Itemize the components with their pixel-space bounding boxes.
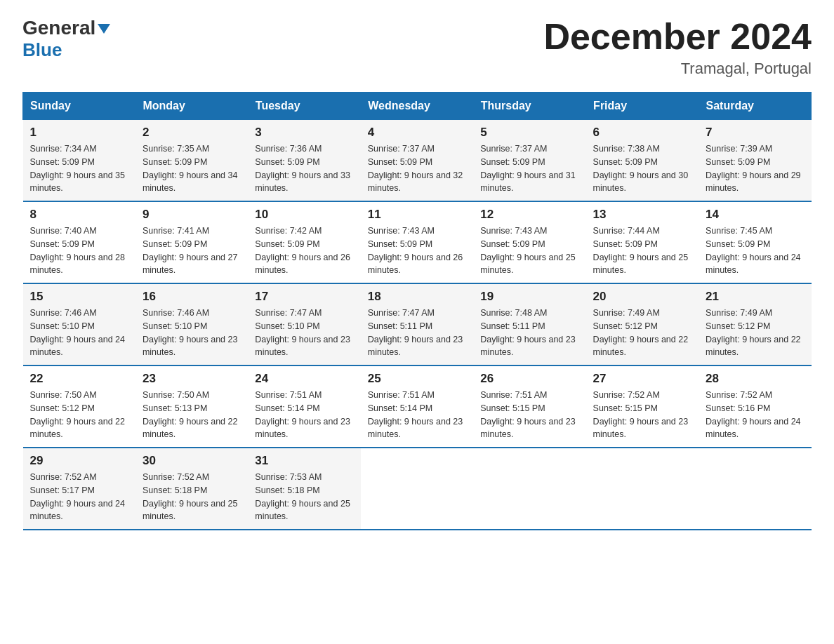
calendar-cell: 9Sunrise: 7:41 AMSunset: 5:09 PMDaylight… (135, 201, 248, 283)
day-number: 4 (368, 126, 466, 140)
day-number: 5 (480, 126, 578, 140)
day-info: Sunrise: 7:52 AMSunset: 5:16 PMDaylight:… (706, 389, 804, 441)
day-info: Sunrise: 7:36 AMSunset: 5:09 PMDaylight:… (255, 142, 353, 195)
calendar-cell: 23Sunrise: 7:50 AMSunset: 5:13 PMDayligh… (135, 365, 248, 448)
day-info: Sunrise: 7:41 AMSunset: 5:09 PMDaylight:… (143, 224, 241, 277)
day-number: 30 (143, 454, 241, 468)
calendar-cell: 13Sunrise: 7:44 AMSunset: 5:09 PMDayligh… (586, 201, 699, 283)
day-number: 3 (255, 126, 353, 140)
day-number: 27 (593, 372, 691, 386)
calendar-cell (699, 448, 811, 530)
calendar-cell: 6Sunrise: 7:38 AMSunset: 5:09 PMDaylight… (586, 120, 699, 202)
calendar-cell: 18Sunrise: 7:47 AMSunset: 5:11 PMDayligh… (361, 283, 473, 365)
header-saturday: Saturday (699, 93, 811, 120)
calendar-cell: 4Sunrise: 7:37 AMSunset: 5:09 PMDaylight… (361, 120, 473, 202)
logo: General Blue (22, 17, 110, 59)
day-info: Sunrise: 7:49 AMSunset: 5:12 PMDaylight:… (593, 307, 691, 359)
calendar-cell: 8Sunrise: 7:40 AMSunset: 5:09 PMDaylight… (23, 201, 135, 283)
day-info: Sunrise: 7:51 AMSunset: 5:14 PMDaylight:… (255, 389, 353, 441)
header-tuesday: Tuesday (248, 93, 360, 120)
calendar-table: SundayMondayTuesdayWednesdayThursdayFrid… (22, 92, 812, 530)
calendar-cell: 1Sunrise: 7:34 AMSunset: 5:09 PMDaylight… (23, 120, 135, 202)
day-number: 18 (368, 290, 466, 304)
day-info: Sunrise: 7:40 AMSunset: 5:09 PMDaylight:… (30, 224, 128, 277)
day-info: Sunrise: 7:51 AMSunset: 5:14 PMDaylight:… (368, 389, 466, 441)
day-number: 22 (30, 372, 128, 386)
header-monday: Monday (135, 93, 248, 120)
calendar-week-row: 15Sunrise: 7:46 AMSunset: 5:10 PMDayligh… (23, 283, 812, 365)
calendar-week-row: 29Sunrise: 7:52 AMSunset: 5:17 PMDayligh… (23, 448, 812, 530)
day-info: Sunrise: 7:39 AMSunset: 5:09 PMDaylight:… (706, 142, 804, 195)
day-info: Sunrise: 7:52 AMSunset: 5:18 PMDaylight:… (143, 471, 241, 523)
calendar-cell: 24Sunrise: 7:51 AMSunset: 5:14 PMDayligh… (248, 365, 360, 448)
day-info: Sunrise: 7:52 AMSunset: 5:15 PMDaylight:… (593, 389, 691, 441)
day-number: 7 (706, 126, 804, 140)
day-info: Sunrise: 7:47 AMSunset: 5:10 PMDaylight:… (255, 307, 353, 359)
day-number: 21 (706, 290, 804, 304)
day-info: Sunrise: 7:46 AMSunset: 5:10 PMDaylight:… (143, 307, 241, 359)
title-block: December 2024 Tramagal, Portugal (543, 17, 812, 78)
calendar-cell: 29Sunrise: 7:52 AMSunset: 5:17 PMDayligh… (23, 448, 135, 530)
day-info: Sunrise: 7:53 AMSunset: 5:18 PMDaylight:… (255, 471, 353, 523)
calendar-week-row: 1Sunrise: 7:34 AMSunset: 5:09 PMDaylight… (23, 120, 812, 202)
calendar-cell: 17Sunrise: 7:47 AMSunset: 5:10 PMDayligh… (248, 283, 360, 365)
calendar-cell (473, 448, 585, 530)
day-number: 8 (30, 208, 128, 222)
day-info: Sunrise: 7:43 AMSunset: 5:09 PMDaylight:… (368, 224, 466, 277)
calendar-cell: 15Sunrise: 7:46 AMSunset: 5:10 PMDayligh… (23, 283, 135, 365)
page-header: General Blue December 2024 Tramagal, Por… (22, 17, 812, 78)
calendar-cell: 21Sunrise: 7:49 AMSunset: 5:12 PMDayligh… (699, 283, 811, 365)
calendar-week-row: 8Sunrise: 7:40 AMSunset: 5:09 PMDaylight… (23, 201, 812, 283)
day-number: 12 (480, 208, 578, 222)
day-number: 20 (593, 290, 691, 304)
calendar-cell (586, 448, 699, 530)
day-number: 1 (30, 126, 128, 140)
day-info: Sunrise: 7:38 AMSunset: 5:09 PMDaylight:… (593, 142, 691, 195)
calendar-header-row: SundayMondayTuesdayWednesdayThursdayFrid… (23, 93, 812, 120)
calendar-week-row: 22Sunrise: 7:50 AMSunset: 5:12 PMDayligh… (23, 365, 812, 448)
day-info: Sunrise: 7:37 AMSunset: 5:09 PMDaylight:… (480, 142, 578, 195)
day-info: Sunrise: 7:46 AMSunset: 5:10 PMDaylight:… (30, 307, 128, 359)
calendar-cell: 10Sunrise: 7:42 AMSunset: 5:09 PMDayligh… (248, 201, 360, 283)
day-number: 11 (368, 208, 466, 222)
logo-blue-text: Blue (22, 41, 62, 59)
calendar-cell: 26Sunrise: 7:51 AMSunset: 5:15 PMDayligh… (473, 365, 585, 448)
calendar-cell: 14Sunrise: 7:45 AMSunset: 5:09 PMDayligh… (699, 201, 811, 283)
day-info: Sunrise: 7:35 AMSunset: 5:09 PMDaylight:… (143, 142, 241, 195)
day-number: 17 (255, 290, 353, 304)
calendar-cell: 20Sunrise: 7:49 AMSunset: 5:12 PMDayligh… (586, 283, 699, 365)
day-number: 13 (593, 208, 691, 222)
day-number: 28 (706, 372, 804, 386)
day-info: Sunrise: 7:51 AMSunset: 5:15 PMDaylight:… (480, 389, 578, 441)
calendar-cell: 28Sunrise: 7:52 AMSunset: 5:16 PMDayligh… (699, 365, 811, 448)
day-number: 29 (30, 454, 128, 468)
day-info: Sunrise: 7:47 AMSunset: 5:11 PMDaylight:… (368, 307, 466, 359)
calendar-cell: 3Sunrise: 7:36 AMSunset: 5:09 PMDaylight… (248, 120, 360, 202)
day-number: 16 (143, 290, 241, 304)
calendar-cell: 5Sunrise: 7:37 AMSunset: 5:09 PMDaylight… (473, 120, 585, 202)
day-info: Sunrise: 7:42 AMSunset: 5:09 PMDaylight:… (255, 224, 353, 277)
day-number: 2 (143, 126, 241, 140)
day-number: 14 (706, 208, 804, 222)
day-info: Sunrise: 7:49 AMSunset: 5:12 PMDaylight:… (706, 307, 804, 359)
calendar-cell: 11Sunrise: 7:43 AMSunset: 5:09 PMDayligh… (361, 201, 473, 283)
calendar-cell: 2Sunrise: 7:35 AMSunset: 5:09 PMDaylight… (135, 120, 248, 202)
calendar-cell: 30Sunrise: 7:52 AMSunset: 5:18 PMDayligh… (135, 448, 248, 530)
logo-general-text: General (22, 17, 95, 39)
day-number: 24 (255, 372, 353, 386)
calendar-cell: 16Sunrise: 7:46 AMSunset: 5:10 PMDayligh… (135, 283, 248, 365)
day-number: 31 (255, 454, 353, 468)
day-info: Sunrise: 7:50 AMSunset: 5:12 PMDaylight:… (30, 389, 128, 441)
day-info: Sunrise: 7:48 AMSunset: 5:11 PMDaylight:… (480, 307, 578, 359)
day-info: Sunrise: 7:45 AMSunset: 5:09 PMDaylight:… (706, 224, 804, 277)
calendar-cell: 31Sunrise: 7:53 AMSunset: 5:18 PMDayligh… (248, 448, 360, 530)
month-title: December 2024 (543, 17, 812, 57)
header-wednesday: Wednesday (361, 93, 473, 120)
calendar-cell: 25Sunrise: 7:51 AMSunset: 5:14 PMDayligh… (361, 365, 473, 448)
day-info: Sunrise: 7:37 AMSunset: 5:09 PMDaylight:… (368, 142, 466, 195)
calendar-cell: 7Sunrise: 7:39 AMSunset: 5:09 PMDaylight… (699, 120, 811, 202)
day-number: 9 (143, 208, 241, 222)
day-number: 19 (480, 290, 578, 304)
calendar-cell: 22Sunrise: 7:50 AMSunset: 5:12 PMDayligh… (23, 365, 135, 448)
day-info: Sunrise: 7:43 AMSunset: 5:09 PMDaylight:… (480, 224, 578, 277)
